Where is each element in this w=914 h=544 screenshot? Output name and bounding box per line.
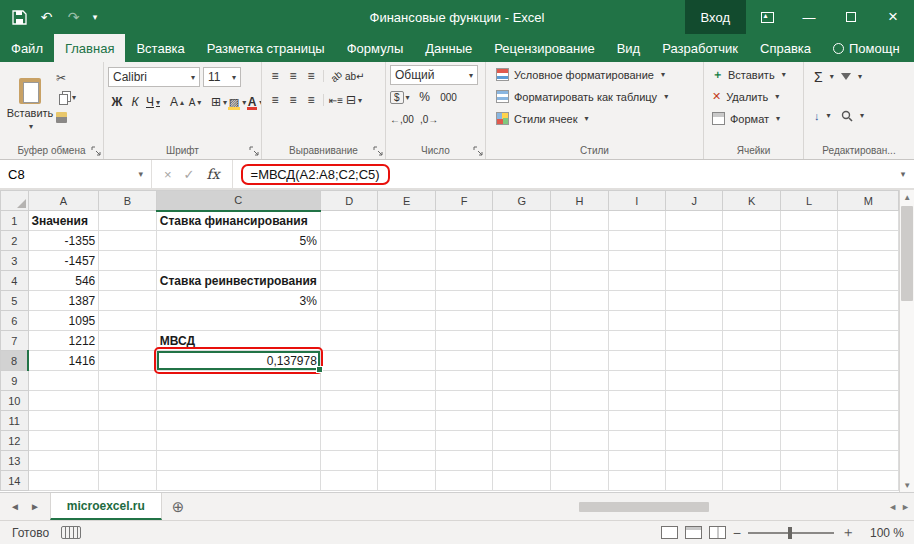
cell-J8[interactable] xyxy=(666,351,723,371)
cell-H7[interactable] xyxy=(551,331,609,351)
horizontal-scroll-thumb[interactable] xyxy=(579,502,709,512)
cell-M11[interactable] xyxy=(838,411,899,431)
cell-E5[interactable] xyxy=(378,291,436,311)
cell-H14[interactable] xyxy=(551,471,609,491)
format-painter-button[interactable] xyxy=(56,109,76,126)
cell-K7[interactable] xyxy=(723,331,781,351)
cell-L4[interactable] xyxy=(780,271,837,291)
cell-I1[interactable] xyxy=(608,211,665,231)
cell-I11[interactable] xyxy=(608,411,665,431)
new-sheet-icon[interactable]: ⊕ xyxy=(162,493,195,520)
cell-E12[interactable] xyxy=(378,431,436,451)
cell-A2[interactable]: -1355 xyxy=(28,231,99,251)
cell-J10[interactable] xyxy=(666,391,723,411)
cell-J2[interactable] xyxy=(666,231,723,251)
cell-M14[interactable] xyxy=(838,471,899,491)
cell-K2[interactable] xyxy=(723,231,781,251)
minimize-button[interactable]: — xyxy=(788,0,830,34)
cell-H1[interactable] xyxy=(551,211,609,231)
cell-M12[interactable] xyxy=(838,431,899,451)
cell-C7[interactable]: МВСД xyxy=(156,331,320,351)
cell-L14[interactable] xyxy=(780,471,837,491)
number-format-select[interactable]: Общий▾ xyxy=(390,65,478,85)
tab-help[interactable]: Справка xyxy=(749,34,822,62)
cell-G9[interactable] xyxy=(493,371,551,391)
column-header-K[interactable]: K xyxy=(723,191,781,211)
save-icon[interactable] xyxy=(6,4,33,30)
cell-K6[interactable] xyxy=(723,311,781,331)
name-box-dropdown-icon[interactable]: ▾ xyxy=(138,169,143,179)
tab-data[interactable]: Данные xyxy=(414,34,483,62)
cell-D11[interactable] xyxy=(320,411,378,431)
column-header-B[interactable]: B xyxy=(99,191,157,211)
cell-A13[interactable] xyxy=(28,451,99,471)
cell-H12[interactable] xyxy=(551,431,609,451)
vertical-scroll-thumb[interactable] xyxy=(901,206,913,301)
row-header-5[interactable]: 5 xyxy=(1,291,29,311)
cell-H3[interactable] xyxy=(551,251,609,271)
horizontal-scrollbar[interactable]: ◄ ► xyxy=(579,493,914,520)
cell-C4[interactable]: Ставка реинвестирования xyxy=(156,271,320,291)
cell-M5[interactable] xyxy=(838,291,899,311)
cell-A4[interactable]: 546 xyxy=(28,271,99,291)
cell-A10[interactable] xyxy=(28,391,99,411)
maximize-button[interactable] xyxy=(830,0,872,34)
cell-B3[interactable] xyxy=(99,251,157,271)
cell-E10[interactable] xyxy=(378,391,436,411)
cell-A9[interactable] xyxy=(28,371,99,391)
font-dialog-launcher-icon[interactable] xyxy=(249,146,259,156)
cell-E7[interactable] xyxy=(378,331,436,351)
cell-C12[interactable] xyxy=(156,431,320,451)
cell-D7[interactable] xyxy=(320,331,378,351)
cell-B1[interactable] xyxy=(99,211,157,231)
cell-D3[interactable] xyxy=(320,251,378,271)
font-size-select[interactable]: 11▾ xyxy=(203,67,241,87)
ribbon-display-options-icon[interactable] xyxy=(746,0,788,34)
row-header-8[interactable]: 8 xyxy=(1,351,29,371)
cell-L10[interactable] xyxy=(780,391,837,411)
zoom-slider[interactable] xyxy=(748,532,834,534)
cell-K10[interactable] xyxy=(723,391,781,411)
cell-M10[interactable] xyxy=(838,391,899,411)
cell-I12[interactable] xyxy=(608,431,665,451)
page-layout-view-icon[interactable] xyxy=(685,526,702,539)
cell-G8[interactable] xyxy=(493,351,551,371)
cell-D13[interactable] xyxy=(320,451,378,471)
cell-F2[interactable] xyxy=(435,231,492,251)
cell-H2[interactable] xyxy=(551,231,609,251)
cell-A11[interactable] xyxy=(28,411,99,431)
alignment-dialog-launcher-icon[interactable] xyxy=(373,146,383,156)
cell-B2[interactable] xyxy=(99,231,157,251)
cell-D5[interactable] xyxy=(320,291,378,311)
align-center-icon[interactable]: ≡ xyxy=(284,90,302,110)
row-header-4[interactable]: 4 xyxy=(1,271,29,291)
cell-B10[interactable] xyxy=(99,391,157,411)
cell-M1[interactable] xyxy=(838,211,899,231)
tab-formulas[interactable]: Формулы xyxy=(336,34,415,62)
sheet-nav-left-icon[interactable]: ◄ xyxy=(10,501,20,512)
cell-H4[interactable] xyxy=(551,271,609,291)
cell-M7[interactable] xyxy=(838,331,899,351)
cell-F4[interactable] xyxy=(435,271,492,291)
cell-B8[interactable] xyxy=(99,351,157,371)
tab-review[interactable]: Рецензирование xyxy=(483,34,605,62)
cell-L5[interactable] xyxy=(780,291,837,311)
cell-C11[interactable] xyxy=(156,411,320,431)
cell-B11[interactable] xyxy=(99,411,157,431)
row-header-12[interactable]: 12 xyxy=(1,431,29,451)
cell-C8[interactable]: 0,137978 xyxy=(156,351,320,371)
cell-L9[interactable] xyxy=(780,371,837,391)
cell-F11[interactable] xyxy=(435,411,492,431)
cell-D4[interactable] xyxy=(320,271,378,291)
align-top-icon[interactable]: ≡ xyxy=(266,66,284,86)
cell-C5[interactable]: 3% xyxy=(156,291,320,311)
cell-I3[interactable] xyxy=(608,251,665,271)
cell-E4[interactable] xyxy=(378,271,436,291)
cell-E2[interactable] xyxy=(378,231,436,251)
font-family-select[interactable]: Calibri▾ xyxy=(108,67,200,87)
row-header-2[interactable]: 2 xyxy=(1,231,29,251)
decrease-decimal-button[interactable]: ,0→ xyxy=(420,109,438,129)
zoom-level[interactable]: 100 % xyxy=(862,526,904,540)
cell-I10[interactable] xyxy=(608,391,665,411)
cell-C6[interactable] xyxy=(156,311,320,331)
